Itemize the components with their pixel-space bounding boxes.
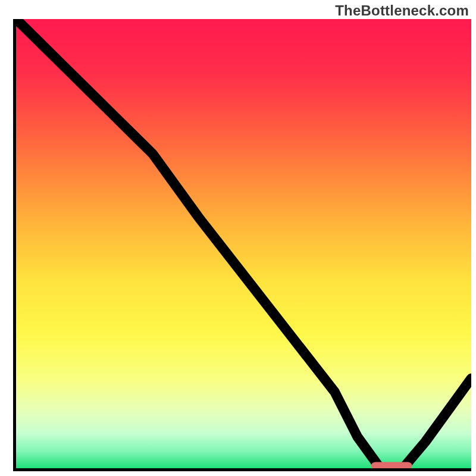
- chart-container: TheBottleneck.com: [0, 0, 476, 476]
- watermark-text: TheBottleneck.com: [335, 2, 469, 19]
- bottleneck-curve: [16, 19, 471, 468]
- chart-overlay: [16, 19, 471, 468]
- optimal-marker: [371, 462, 412, 468]
- plot-frame: [13, 19, 471, 471]
